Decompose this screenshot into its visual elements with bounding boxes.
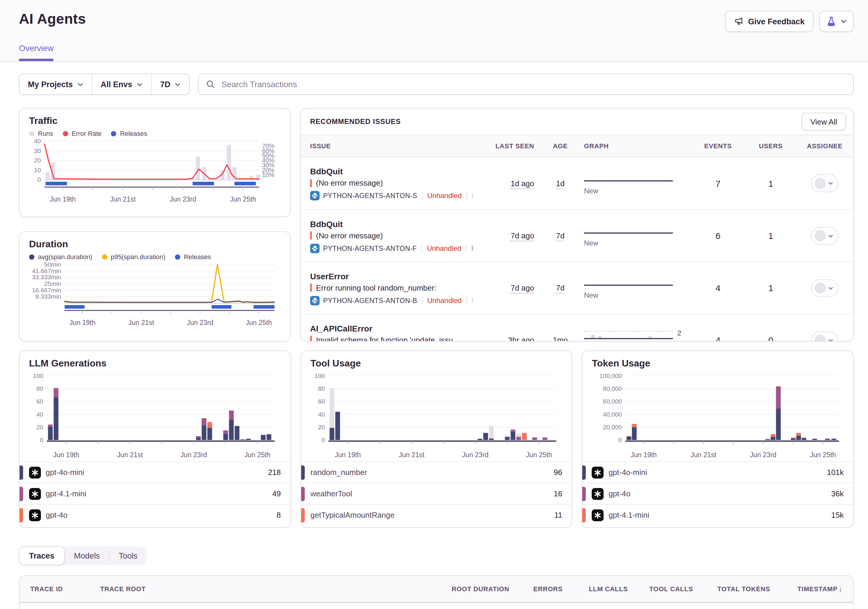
divider [422, 192, 422, 199]
issue-row[interactable]: BdbQuit (No error message) PYTHON-AGENTS… [301, 157, 853, 209]
tab-overview[interactable]: Overview [19, 43, 54, 61]
legend-row[interactable]: random_number96 [301, 461, 572, 483]
tool-usage-legend: random_number96weatherTool16getTypicalAm… [301, 461, 572, 525]
svg-text:Jun 23rd: Jun 23rd [181, 451, 207, 459]
issue-title[interactable]: AI_APICallError [310, 323, 473, 333]
issue-graph: New [578, 276, 691, 299]
age-value: 1d [556, 179, 565, 189]
svg-text:33.333min: 33.333min [32, 274, 61, 280]
age-value: 1mo [553, 336, 568, 341]
trace-col-llm-calls[interactable]: LLM CALLS [569, 585, 634, 592]
issue-title[interactable]: BdbQuit [310, 218, 473, 229]
legend-dot [29, 131, 34, 136]
search-transactions-input[interactable] [199, 74, 853, 94]
legend-row[interactable]: getTypicalAmountRange11 [301, 504, 572, 525]
trace-col-trace-id[interactable]: TRACE ID [24, 585, 94, 592]
project-slug: PYTHON-AGENTS-ANTON-S [323, 192, 417, 199]
series-color-chip [583, 508, 586, 522]
issue-title[interactable]: BdbQuit [310, 166, 473, 177]
legend-row[interactable]: gpt-4o8 [20, 504, 290, 525]
legend-item[interactable]: Releases [175, 253, 211, 260]
traffic-legend: RunsError RateReleases [29, 130, 281, 137]
chevron-down-icon [175, 81, 181, 87]
tab-traces[interactable]: Traces [19, 546, 65, 565]
series-color-chip [301, 487, 304, 501]
last-seen-value: 1d ago [510, 179, 534, 189]
users-count: 0 [745, 335, 796, 341]
trace-col-root-duration[interactable]: ROOT DURATION [438, 585, 515, 592]
assignee-dropdown[interactable] [811, 227, 839, 245]
tool-usage-title: Tool Usage [310, 358, 562, 369]
tab-models[interactable]: Models [65, 546, 109, 565]
issue-title[interactable]: UserError [310, 271, 473, 281]
svg-text:41.667min: 41.667min [32, 267, 61, 274]
trace-col-timestamp[interactable]: TIMESTAMP↓ [776, 585, 848, 593]
legend-row[interactable]: gpt-4o36k [583, 483, 853, 504]
svg-text:60: 60 [318, 398, 325, 405]
svg-text:Jun 21st: Jun 21st [129, 319, 155, 327]
legend-dot [175, 254, 180, 259]
error-level-bar [310, 179, 312, 187]
trace-col-errors[interactable]: ERRORS [515, 585, 569, 592]
error-level-bar [310, 336, 312, 341]
assignee-dropdown[interactable] [811, 331, 839, 341]
series-value: 15k [831, 511, 844, 519]
traffic-title: Traffic [29, 116, 281, 126]
legend-item[interactable]: avg(span.duration) [29, 253, 92, 260]
issue-graph: New [578, 224, 691, 247]
trace-col-total-tokens[interactable]: TOTAL TOKENS [699, 585, 776, 592]
issue-graph: New [578, 172, 691, 195]
token-usage-title: Token Usage [592, 358, 844, 369]
svg-text:10: 10 [34, 167, 41, 174]
age-value: 7d [556, 284, 565, 293]
header-actions: Give Feedback [725, 11, 854, 32]
issue-culprit: Rando… [472, 192, 473, 200]
traces-table-panel: TRACE IDTRACE ROOTROOT DURATIONERRORSLLM… [19, 575, 854, 609]
legend-row[interactable]: gpt-4.1-mini15k [583, 504, 853, 525]
date-range-filter[interactable]: 7D [151, 74, 189, 94]
svg-text:100,000: 100,000 [599, 372, 622, 379]
issue-row[interactable]: AI_APICallError Invalid schema for funct… [301, 314, 853, 341]
legend-item[interactable]: Releases [111, 130, 147, 137]
divider [466, 297, 467, 304]
legend-label: Error Rate [71, 130, 102, 137]
legend-row[interactable]: gpt-4o-mini101k [583, 461, 853, 483]
trace-col-tool-calls[interactable]: TOOL CALLS [634, 585, 699, 592]
issue-row[interactable]: BdbQuit (No error message) PYTHON-AGENTS… [301, 209, 853, 262]
svg-text:60,000: 60,000 [603, 398, 622, 405]
legend-item[interactable]: Error Rate [62, 130, 102, 137]
page-tabs: Overview [19, 43, 54, 61]
svg-text:Jun 25th: Jun 25th [526, 451, 552, 459]
traffic-panel: Traffic RunsError RateReleases 010203040… [19, 108, 290, 217]
legend-item[interactable]: Runs [29, 130, 53, 137]
trace-col-trace-root[interactable]: TRACE ROOT [94, 585, 438, 592]
flask-icon [826, 16, 837, 27]
projects-filter[interactable]: My Projects [20, 74, 92, 94]
issue-row[interactable]: UserError Error running tool random_numb… [301, 262, 853, 314]
svg-text:Jun 23rd: Jun 23rd [170, 195, 196, 203]
assignee-dropdown[interactable] [811, 174, 839, 192]
assignee-dropdown[interactable] [811, 279, 839, 297]
svg-text:Jun 19th: Jun 19th [335, 451, 361, 459]
svg-text:Jun 23rd: Jun 23rd [462, 451, 489, 459]
svg-text:Jun 19th: Jun 19th [50, 195, 76, 203]
openai-icon [592, 509, 604, 521]
environments-filter[interactable]: All Envs [92, 74, 152, 94]
legend-item[interactable]: p95(span.duration) [102, 253, 166, 260]
chevron-down-icon [136, 81, 143, 87]
openai-icon [29, 509, 41, 521]
svg-text:25min: 25min [44, 280, 61, 287]
legend-row[interactable]: gpt-4.1-mini49 [20, 483, 290, 504]
tab-tools[interactable]: Tools [109, 546, 147, 565]
issues-list: BdbQuit (No error message) PYTHON-AGENTS… [301, 157, 853, 341]
issue-culprit: Rando… [472, 296, 473, 305]
lab-features-button[interactable] [819, 11, 854, 32]
legend-row[interactable]: gpt-4o-mini218 [20, 461, 290, 483]
give-feedback-button[interactable]: Give Feedback [725, 11, 814, 32]
events-count: 7 [691, 178, 745, 188]
svg-text:8.333min: 8.333min [36, 293, 61, 300]
main-content: My Projects All Envs 7D Traffic [0, 74, 868, 609]
view-all-button[interactable]: View All [801, 113, 846, 130]
legend-row[interactable]: weatherTool16 [301, 483, 572, 504]
recommended-issues-panel: RECOMMENDED ISSUES View All ISSUE LAST S… [300, 108, 854, 342]
